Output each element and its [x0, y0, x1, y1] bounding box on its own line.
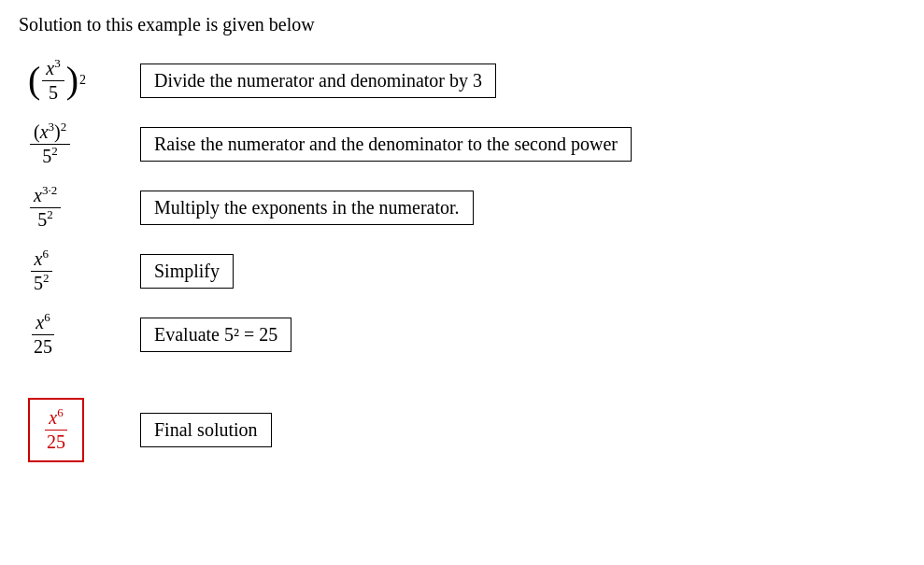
math-expr-4: x6 52 — [19, 248, 121, 294]
step-box-2: Raise the numerator and the denominator … — [140, 127, 632, 162]
final-desc: Final solution — [121, 413, 905, 447]
step-box-1: Divide the numerator and denominator by … — [140, 64, 496, 98]
spacer — [19, 370, 905, 398]
final-answer-box: x6 25 — [28, 398, 84, 462]
step-box-4: Simplify — [140, 254, 234, 289]
math-expr-5: x6 25 — [19, 312, 121, 358]
fraction-1: x3 5 — [42, 58, 64, 104]
fraction-2: (x3)2 52 — [30, 121, 70, 167]
math-expr-3: x3·2 52 — [19, 185, 121, 231]
step-row-4: x6 52 Simplify — [19, 243, 905, 299]
step-row-2: (x3)2 52 Raise the numerator and the den… — [19, 116, 905, 172]
page-title: Solution to this example is given below — [19, 14, 905, 35]
step-box-5: Evaluate 5² = 25 — [140, 318, 291, 352]
math-expr-1: ( x3 5 ) 2 — [19, 58, 121, 104]
step-desc-3: Multiply the exponents in the numerator. — [121, 191, 905, 225]
final-box-desc: Final solution — [140, 413, 272, 447]
fraction-3: x3·2 52 — [30, 185, 61, 231]
final-row: x6 25 Final solution — [19, 398, 905, 462]
right-paren-1: ) — [66, 62, 78, 99]
fraction-5: x6 25 — [30, 312, 56, 358]
step-row-5: x6 25 Evaluate 5² = 25 — [19, 306, 905, 362]
final-math-expr: x6 25 — [19, 398, 121, 462]
step-desc-2: Raise the numerator and the denominator … — [121, 127, 905, 162]
step-row-1: ( x3 5 ) 2 Divide the numerator and deno… — [19, 52, 905, 108]
fraction-4: x6 52 — [30, 248, 53, 294]
step-desc-5: Evaluate 5² = 25 — [121, 318, 905, 352]
step-box-3: Multiply the exponents in the numerator. — [140, 191, 474, 225]
step-desc-4: Simplify — [121, 254, 905, 289]
final-fraction: x6 25 — [43, 407, 69, 453]
step-row-3: x3·2 52 Multiply the exponents in the nu… — [19, 179, 905, 235]
math-expr-2: (x3)2 52 — [19, 121, 121, 167]
step-desc-1: Divide the numerator and denominator by … — [121, 64, 905, 98]
left-paren-1: ( — [28, 62, 40, 99]
